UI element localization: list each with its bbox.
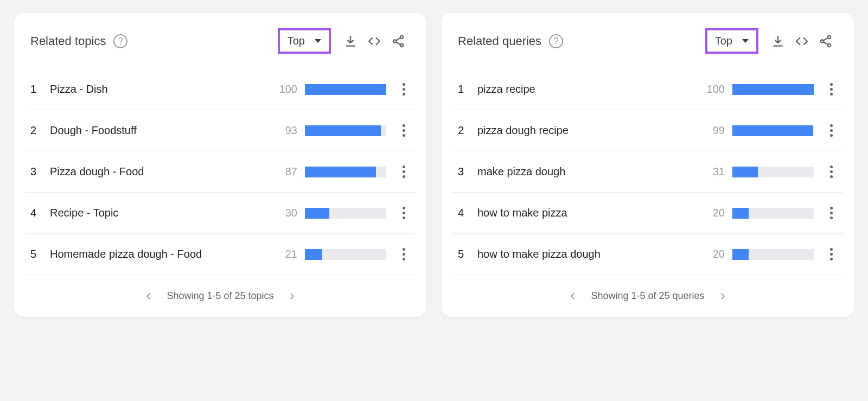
svg-point-3 <box>828 35 831 38</box>
item-bar <box>305 84 386 95</box>
more-vert-icon[interactable] <box>825 166 838 178</box>
more-vert-icon[interactable] <box>825 207 838 219</box>
next-page-button[interactable] <box>718 291 727 301</box>
list-item[interactable]: 4Recipe - Topic30 <box>25 193 416 234</box>
more-vert-icon[interactable] <box>397 166 410 178</box>
next-page-button[interactable] <box>287 291 297 301</box>
download-icon[interactable] <box>766 29 790 53</box>
item-value: 100 <box>276 83 297 96</box>
item-label: Pizza dough - Food <box>46 166 276 178</box>
svg-point-0 <box>400 35 403 38</box>
card-title: Related queries <box>458 34 541 48</box>
item-rank: 3 <box>30 166 46 178</box>
more-vert-icon[interactable] <box>825 124 838 137</box>
item-rank: 2 <box>458 124 473 137</box>
prev-page-button[interactable] <box>568 291 578 301</box>
download-icon[interactable] <box>339 29 362 53</box>
item-bar <box>305 125 386 136</box>
item-label: how to make pizza <box>473 207 703 219</box>
sort-dropdown[interactable]: Top <box>705 28 758 54</box>
more-vert-icon[interactable] <box>825 83 838 96</box>
help-icon[interactable]: ? <box>113 34 127 48</box>
related-queries-card: Related queries ? Top 1pizza recipe1002p… <box>442 13 854 317</box>
item-rank: 5 <box>30 248 46 260</box>
item-value: 30 <box>276 207 297 219</box>
item-label: make pizza dough <box>473 166 703 178</box>
more-vert-icon[interactable] <box>397 124 410 137</box>
item-value: 20 <box>703 207 725 219</box>
item-label: Homemade pizza dough - Food <box>46 248 276 260</box>
svg-point-4 <box>821 40 824 42</box>
more-vert-icon[interactable] <box>397 248 410 260</box>
item-bar <box>732 249 814 260</box>
list-item[interactable]: 4how to make pizza20 <box>452 193 843 234</box>
list-item[interactable]: 5how to make pizza dough20 <box>452 234 843 275</box>
item-label: Recipe - Topic <box>46 207 276 219</box>
queries-list: 1pizza recipe1002pizza dough recipe993ma… <box>442 69 854 275</box>
pager: Showing 1-5 of 25 queries <box>442 275 854 307</box>
more-vert-icon[interactable] <box>397 207 410 219</box>
item-bar <box>732 167 814 177</box>
pager: Showing 1-5 of 25 topics <box>14 275 426 307</box>
embed-icon[interactable] <box>362 29 386 53</box>
pager-text: Showing 1-5 of 25 queries <box>591 290 704 302</box>
list-item[interactable]: 2Dough - Foodstuff93 <box>25 110 416 151</box>
item-bar <box>732 208 814 219</box>
item-rank: 2 <box>30 124 46 137</box>
item-rank: 1 <box>30 83 46 96</box>
item-rank: 5 <box>458 248 473 260</box>
list-item[interactable]: 3make pizza dough31 <box>452 151 843 193</box>
item-value: 20 <box>703 248 725 260</box>
sort-label: Top <box>715 35 732 47</box>
item-value: 93 <box>276 124 297 137</box>
item-value: 99 <box>703 124 725 137</box>
item-bar <box>732 125 814 136</box>
caret-down-icon <box>315 39 321 43</box>
share-icon[interactable] <box>814 29 838 53</box>
card-title: Related topics <box>30 34 106 48</box>
item-value: 31 <box>703 166 725 178</box>
caret-down-icon <box>742 39 749 43</box>
card-header: Related topics ? Top <box>14 28 426 69</box>
more-vert-icon[interactable] <box>397 83 410 96</box>
item-rank: 3 <box>458 166 473 178</box>
item-value: 87 <box>276 166 297 178</box>
svg-point-2 <box>400 43 403 46</box>
item-value: 21 <box>276 248 297 260</box>
help-icon[interactable]: ? <box>549 34 563 48</box>
embed-icon[interactable] <box>790 29 814 53</box>
item-bar <box>732 84 814 95</box>
svg-point-1 <box>393 40 396 42</box>
item-label: Dough - Foodstuff <box>46 124 276 137</box>
topics-list: 1Pizza - Dish1002Dough - Foodstuff933Piz… <box>14 69 426 275</box>
item-bar <box>305 249 386 260</box>
share-icon[interactable] <box>386 29 410 53</box>
related-topics-card: Related topics ? Top 1Pizza - Dish1002Do… <box>14 13 426 317</box>
item-value: 100 <box>703 83 725 96</box>
sort-dropdown[interactable]: Top <box>278 28 331 54</box>
card-header: Related queries ? Top <box>442 28 854 69</box>
list-item[interactable]: 1pizza recipe100 <box>452 69 843 110</box>
item-rank: 4 <box>458 207 473 219</box>
more-vert-icon[interactable] <box>825 248 838 260</box>
list-item[interactable]: 1Pizza - Dish100 <box>25 69 416 110</box>
prev-page-button[interactable] <box>144 291 154 301</box>
item-label: Pizza - Dish <box>46 83 276 96</box>
list-item[interactable]: 2pizza dough recipe99 <box>452 110 843 151</box>
item-label: pizza recipe <box>473 83 703 96</box>
item-bar <box>305 208 386 219</box>
item-rank: 1 <box>458 83 473 96</box>
item-label: pizza dough recipe <box>473 124 703 137</box>
item-label: how to make pizza dough <box>473 248 703 260</box>
svg-point-5 <box>828 43 831 46</box>
item-rank: 4 <box>30 207 46 219</box>
sort-label: Top <box>288 35 305 47</box>
pager-text: Showing 1-5 of 25 topics <box>167 290 273 302</box>
list-item[interactable]: 5Homemade pizza dough - Food21 <box>25 234 416 275</box>
list-item[interactable]: 3Pizza dough - Food87 <box>25 151 416 193</box>
item-bar <box>305 167 386 177</box>
